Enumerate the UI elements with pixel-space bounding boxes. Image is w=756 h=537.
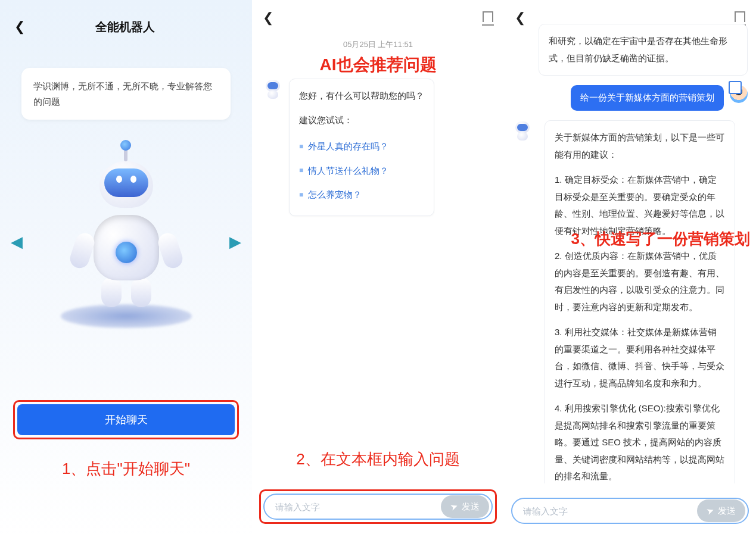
- message-input[interactable]: [275, 502, 441, 512]
- suggestion-text: 外星人真的存在吗？: [308, 138, 388, 155]
- timestamp: 05月25日 上午11:51: [252, 39, 504, 50]
- page-title: 全能机器人: [12, 19, 238, 35]
- ai-point: 2. 创造优质内容：在新媒体营销中，优质的内容是至关重要的。要创造有趣、有用、有…: [555, 248, 725, 316]
- start-chat-button[interactable]: 开始聊天: [17, 404, 235, 435]
- send-label: 发送: [462, 501, 480, 513]
- suggestion-text: 情人节送什么礼物？: [308, 163, 388, 180]
- send-button[interactable]: ➤发送: [697, 499, 745, 522]
- pin-icon[interactable]: [483, 11, 493, 24]
- pin-icon[interactable]: [735, 11, 745, 24]
- robot-illustration: [37, 149, 216, 334]
- ai-intro: 关于新媒体方面的营销策划，以下是一些可能有用的建议：: [555, 129, 725, 163]
- send-icon: ➤: [449, 500, 459, 513]
- ai-greeting: 您好，有什么可以帮助您的吗？: [299, 88, 424, 105]
- bot-avatar-icon: [263, 79, 283, 99]
- send-icon: ➤: [705, 504, 715, 517]
- suggestion-title: 建议您试试：: [299, 112, 424, 129]
- ai-point: 3. 利用社交媒体：社交媒体是新媒体营销的重要渠道之一。要利用各种社交媒体平台，…: [555, 324, 725, 392]
- suggestion-item[interactable]: ■外星人真的存在吗？: [299, 135, 424, 159]
- annotation-2: 2、在文本框内输入问题: [252, 449, 504, 470]
- send-label: 发送: [718, 505, 736, 517]
- message-input[interactable]: [523, 506, 697, 516]
- ai-message-text: 和研究，以确定在宇宙中是否存在其他生命形式，但目前仍缺乏确凿的证据。: [549, 36, 727, 63]
- input-highlight: ➤发送: [259, 489, 497, 524]
- back-icon[interactable]: ❮: [263, 10, 273, 26]
- ai-message-bubble: 您好，有什么可以帮助您的吗？ 建议您试试： ■外星人真的存在吗？ ■情人节送什么…: [289, 79, 434, 216]
- carousel-next-icon[interactable]: ▶: [229, 233, 241, 251]
- suggestion-text: 怎么养宠物？: [308, 186, 362, 204]
- ai-message-bubble: 和研究，以确定在宇宙中是否存在其他生命形式，但目前仍缺乏确凿的证据。: [539, 24, 748, 76]
- description-card: 学识渊博，无所不通，无所不晓，专业解答您的问题: [21, 68, 231, 120]
- copy-icon[interactable]: [731, 83, 742, 94]
- ai-point: 4. 利用搜索引擎优化 (SEO):搜索引擎优化是提高网站排名和搜索引擎流量的重…: [555, 400, 725, 483]
- bot-avatar-icon: [512, 120, 533, 141]
- suggestion-item[interactable]: ■怎么养宠物？: [299, 183, 424, 207]
- annotation-1: 1、点击"开始聊天": [0, 458, 252, 479]
- send-button[interactable]: ➤发送: [441, 495, 489, 518]
- carousel-prev-icon[interactable]: ◀: [11, 233, 23, 251]
- start-button-highlight: 开始聊天: [13, 400, 239, 439]
- carousel: ◀ ▶: [0, 143, 252, 340]
- suggestion-item[interactable]: ■情人节送什么礼物？: [299, 159, 424, 183]
- user-message-bubble: 给一份关于新媒体方面的营销策划: [571, 85, 724, 111]
- annotation-3: 3、快速写了一份营销策划: [571, 229, 750, 249]
- ai-message-bubble: 关于新媒体方面的营销策划，以下是一些可能有用的建议： 1. 确定目标受众：在新媒…: [545, 120, 735, 483]
- annotation-ai-suggest: AI也会推荐问题: [252, 54, 504, 76]
